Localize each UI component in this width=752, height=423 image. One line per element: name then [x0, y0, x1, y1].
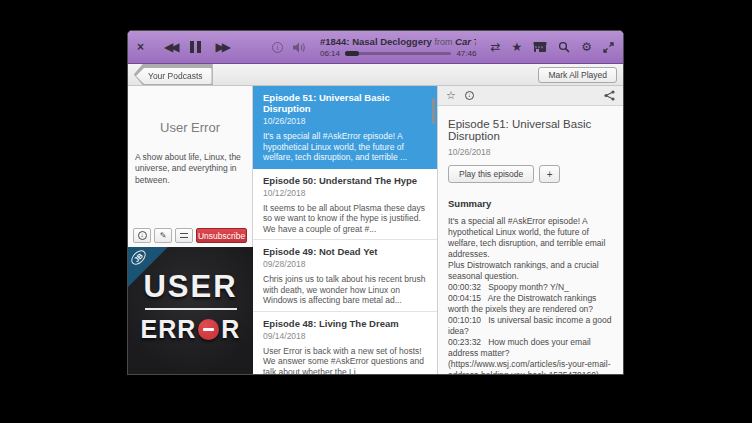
elapsed-time: 06:14 [320, 49, 340, 58]
episode-row-49[interactable]: Episode 49: Not Dead Yet 09/28/2018 Chri… [253, 240, 437, 312]
episode-row-48[interactable]: Episode 48: Living The Dream 09/14/2018 … [253, 312, 437, 375]
episode-row-51[interactable]: Episode 51: Universal Basic Disruption 1… [253, 86, 437, 169]
summary-heading: Summary [448, 198, 613, 209]
starred-icon[interactable]: ★ [511, 41, 522, 53]
episode-row-50[interactable]: Episode 50: Understand The Hype 10/12/20… [253, 169, 437, 241]
back-button-wrap: Your Podcasts [134, 64, 213, 85]
total-time: 47:46 [456, 49, 476, 58]
detail-icon-bar: ☆ ↓ [438, 86, 623, 106]
detail-buttons: Play this episode + [448, 165, 613, 183]
progress-row: 06:14 47:46 [320, 49, 476, 58]
artwork-divider [145, 308, 237, 310]
artwork-line2: ERR R [128, 315, 253, 344]
episode-date: 09/14/2018 [263, 331, 427, 341]
podcast-actions: ↓ ✎ Unsubscribe [128, 228, 252, 247]
download-icon: ↓ [138, 231, 147, 240]
unsubscribe-button[interactable]: Unsubscribe [196, 228, 247, 243]
podcast-title: User Error [135, 120, 245, 135]
episode-title: Episode 50: Understand The Hype [263, 175, 427, 186]
podcast-description: A show about life, Linux, the universe, … [135, 152, 245, 186]
episode-description: It seems to be all about Plasma these da… [263, 203, 427, 235]
episode-date: 10/12/2018 [263, 188, 427, 198]
titlebar-right-icons: ⇄ ★ ⚙ [490, 41, 614, 53]
artwork-line2-left: ERR [141, 315, 197, 344]
episode-title: Episode 51: Universal Basic Disruption [263, 92, 427, 114]
podcast-artwork: JB USER ERR R [128, 247, 253, 374]
detail-episode-title: Episode 51: Universal Basic Disruption [448, 118, 613, 142]
fast-forward-button[interactable]: ▶▶ [215, 41, 227, 53]
detail-episode-date: 10/26/2018 [448, 147, 613, 157]
detail-body: Episode 51: Universal Basic Disruption 1… [438, 106, 623, 374]
now-playing-episode: #1844: Nasal Decloggery [320, 36, 432, 47]
artwork-line2-right: R [221, 315, 240, 344]
summary-text: It's a special all #AskError episode! A … [448, 216, 613, 374]
hide-played-button[interactable] [175, 228, 193, 243]
toolbar: Your Podcasts Mark All Played [128, 64, 623, 86]
vocal-podcast-window: × ◀◀ ▶▶ i #1844: Nasal Decloggery from C… [127, 30, 624, 375]
add-to-queue-button[interactable]: + [539, 165, 560, 183]
pencil-icon: ✎ [160, 231, 167, 240]
podcast-sidebar: User Error A show about life, Linux, the… [128, 86, 253, 374]
rewind-button[interactable]: ◀◀ [164, 41, 176, 53]
error-minus-icon [198, 319, 219, 340]
episode-detail-panel: ☆ ↓ Episode 51: Universal Basic Disrupti… [438, 86, 623, 374]
artwork-text: USER ERR R [128, 269, 253, 344]
episode-info-icon[interactable]: i [272, 42, 283, 53]
star-outline-icon[interactable]: ☆ [446, 90, 456, 101]
titlebar: × ◀◀ ▶▶ i #1844: Nasal Decloggery from C… [128, 31, 623, 64]
your-podcasts-back-button[interactable]: Your Podcasts [134, 64, 213, 85]
play-this-episode-button[interactable]: Play this episode [448, 165, 534, 183]
volume-icon[interactable] [293, 42, 306, 53]
mark-all-played-button[interactable]: Mark All Played [538, 67, 617, 83]
edit-button[interactable]: ✎ [154, 228, 172, 243]
podcast-info: User Error A show about life, Linux, the… [128, 86, 252, 228]
desktop-background: × ◀◀ ▶▶ i #1844: Nasal Decloggery from C… [0, 0, 752, 423]
episode-description: Chris joins us to talk about his recent … [263, 274, 427, 306]
episode-description: User Error is back with a new set of hos… [263, 346, 427, 375]
episode-list-scrollbar[interactable] [432, 98, 435, 124]
progress-bar[interactable] [345, 52, 451, 55]
episode-title: Episode 49: Not Dead Yet [263, 246, 427, 257]
progress-fill [345, 51, 359, 56]
search-icon[interactable] [558, 41, 570, 53]
download-episode-icon[interactable]: ↓ [465, 91, 474, 100]
episode-title: Episode 48: Living The Dream [263, 318, 427, 329]
now-playing-area: #1844: Nasal Decloggery from Car Talk 06… [316, 36, 480, 58]
episode-date: 10/26/2018 [263, 116, 427, 126]
queue-icon[interactable]: ⇄ [490, 41, 500, 53]
now-playing-title: #1844: Nasal Decloggery from Car Talk [320, 36, 476, 47]
artwork-line1: USER [128, 269, 253, 305]
share-icon[interactable] [604, 90, 615, 101]
content-area: User Error A show about life, Linux, the… [128, 86, 623, 374]
list-icon [180, 233, 188, 238]
close-window-icon[interactable]: × [137, 41, 144, 53]
episode-date: 09/28/2018 [263, 259, 427, 269]
now-playing-show: Car Talk [455, 36, 476, 47]
pause-button[interactable] [190, 41, 201, 53]
episode-list: Episode 51: Universal Basic Disruption 1… [253, 86, 438, 374]
fullscreen-icon[interactable] [603, 42, 614, 53]
secondary-controls: i [272, 42, 306, 53]
settings-gear-icon[interactable]: ⚙ [581, 41, 592, 53]
your-podcasts-label: Your Podcasts [135, 68, 212, 84]
now-playing-from-label: from [435, 37, 456, 47]
episode-description: It's a special all #AskError episode! A … [263, 131, 427, 163]
podcast-store-icon[interactable] [533, 41, 547, 53]
download-all-button[interactable]: ↓ [133, 228, 151, 243]
